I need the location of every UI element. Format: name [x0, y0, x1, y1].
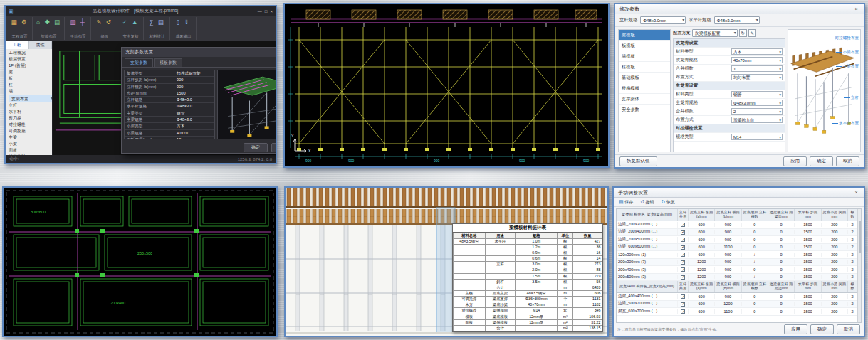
- property-row[interactable]: 水平杆规格 Φ48×3.0: [125, 103, 214, 110]
- tree-tab-project[interactable]: 工程: [6, 41, 29, 49]
- property-value[interactable]: 900: [174, 77, 214, 83]
- formwork-3d-preview[interactable]: 对拉螺栓布置 小梁布置 主梁布置 立杆 水平杆布置: [788, 29, 861, 152]
- table-row[interactable]: 边梁_400x400mm (...) 600 900 0 0 1500 200 …: [617, 293, 857, 301]
- ribbon-group[interactable]: ▥ ┼ 手动布置: [66, 17, 91, 40]
- table-row[interactable]: 200x400mm (3) 1200 900 0 0 1500 200 2: [617, 266, 857, 274]
- ribbon-group[interactable]: ▦ ⚙ 工程设置: [7, 17, 33, 40]
- property-value[interactable]: 方木: [174, 123, 214, 129]
- row-checkbox[interactable]: [681, 260, 685, 265]
- param-value-select[interactable]: 2: [731, 108, 783, 115]
- table-row[interactable]: 200x300mm (7) 1200 900 / 0 1500 200 2: [617, 259, 857, 267]
- table-row[interactable]: 120x300mm (1) 600 900 / 0 1500 200 2: [617, 251, 857, 259]
- cancel-button[interactable]: 取消: [271, 143, 277, 152]
- beam-plan-drawing[interactable]: 300x600 250x500 200x400: [4, 188, 276, 336]
- toolbar-button[interactable]: ▤ 保存: [617, 199, 635, 206]
- row-checkbox[interactable]: [681, 230, 685, 235]
- nav-item[interactable]: 墙模板: [619, 51, 670, 62]
- tree-item[interactable]: 剪刀撑: [9, 115, 52, 122]
- table-row[interactable]: 边梁_200x400mm (...) 600 900 0 0 1500 200 …: [617, 229, 857, 237]
- scrollbar[interactable]: [857, 209, 861, 322]
- table-row[interactable]: 梁宽_600x700mm (...) 600 1100 0 0 1500 200…: [617, 308, 857, 316]
- tree-item[interactable]: 1F (首层): [9, 63, 52, 69]
- minimize-icon[interactable]: —: [258, 9, 262, 14]
- dialog-titlebar[interactable]: 支架参数设置 ×: [122, 48, 277, 57]
- ok-button[interactable]: 确定: [810, 324, 834, 334]
- tree-item[interactable]: 工程概况: [9, 50, 52, 56]
- property-value[interactable]: 1500: [174, 90, 214, 96]
- row-checkbox[interactable]: [681, 245, 685, 250]
- row-checkbox[interactable]: [681, 302, 685, 307]
- tab-formwork-params[interactable]: 模板参数: [154, 58, 182, 67]
- tree-item[interactable]: 对拉螺栓: [9, 122, 52, 128]
- nav-item[interactable]: 安全参数: [619, 105, 670, 115]
- property-row[interactable]: 立杆规格 Φ48×3.0: [125, 97, 214, 103]
- ribbon-group[interactable]: ⌂ ✚ ▤ 智能布置: [33, 17, 65, 40]
- row-checkbox[interactable]: [681, 238, 685, 242]
- table-row[interactable]: 边梁_200x500mm (...) 600 900 0 0 1500 200 …: [617, 236, 857, 244]
- param-value-select[interactable]: 40x70mm: [731, 57, 783, 64]
- apply-button[interactable]: 应用: [783, 156, 807, 166]
- tree-item[interactable]: 板: [9, 75, 52, 82]
- row-checkbox[interactable]: [681, 253, 685, 257]
- row-checkbox[interactable]: [681, 223, 685, 227]
- tree-item[interactable]: 小梁: [9, 141, 52, 147]
- pole-spec-select[interactable]: Φ48x3.0mm: [640, 16, 686, 24]
- property-value[interactable]: 12: [174, 137, 214, 139]
- property-row[interactable]: 架体类型 扣件式钢管架: [125, 70, 214, 77]
- tree-item[interactable]: 支架布置: [9, 95, 52, 102]
- close-icon[interactable]: ×: [851, 6, 862, 11]
- tree-item[interactable]: 柱: [9, 82, 52, 88]
- property-row[interactable]: 主梁规格 Φ48×3.0: [125, 117, 214, 123]
- p3-titlebar[interactable]: 修改参数 ×: [615, 4, 864, 14]
- scaffold-3d-preview[interactable]: [217, 70, 277, 139]
- close-icon[interactable]: ×: [270, 9, 273, 14]
- toolbar-button[interactable]: ↺ 撤销: [638, 199, 656, 206]
- property-value[interactable]: Φ48×3.0: [174, 117, 214, 122]
- scrollbar-thumb[interactable]: [859, 221, 862, 253]
- property-value[interactable]: 扣件式钢管架: [174, 70, 214, 76]
- nav-item[interactable]: 支撑架体: [619, 94, 670, 105]
- tree-item[interactable]: 立杆: [9, 102, 52, 109]
- refresh-icon[interactable]: ↻: [739, 29, 747, 37]
- maximize-icon[interactable]: □: [265, 9, 268, 14]
- reset-defaults-button[interactable]: 恢复默认值: [619, 156, 657, 166]
- nav-item[interactable]: 楼梯模板: [619, 83, 670, 94]
- property-row[interactable]: 主梁类型 钢管: [125, 110, 214, 117]
- param-value-select[interactable]: Φ48x3.0mm: [731, 100, 783, 107]
- tree-item[interactable]: 楼层设置: [9, 56, 52, 63]
- row-checkbox[interactable]: [681, 309, 685, 314]
- toolbar-button[interactable]: ↻ 恢复: [659, 199, 677, 206]
- cad-canvas[interactable]: 支架参数设置 × 支架参数 模板参数 架体类型 扣件: [53, 41, 276, 155]
- row-checkbox[interactable]: [681, 267, 685, 272]
- property-row[interactable]: 小梁类型 方木: [125, 123, 214, 129]
- nav-item[interactable]: 柱模板: [619, 62, 670, 73]
- property-value[interactable]: 900: [174, 84, 214, 90]
- property-value[interactable]: Φ48×3.0: [174, 97, 214, 102]
- property-row[interactable]: 立杆纵距 la(mm) 900: [125, 77, 214, 83]
- elevation-drawing[interactable]: 900 900 900 900 900 X Y: [285, 4, 608, 166]
- command-prompt[interactable]: 命令:: [9, 156, 19, 162]
- cancel-button[interactable]: 取消: [837, 324, 860, 334]
- tree-item[interactable]: 面板: [9, 147, 52, 154]
- close-icon[interactable]: ×: [851, 190, 862, 195]
- table-row[interactable]: 仿梁_600x600mm (...) 600 1100 0 0 1500 200…: [617, 244, 857, 252]
- row-checkbox[interactable]: [681, 294, 685, 299]
- param-value-select[interactable]: 钢管: [731, 91, 783, 98]
- cancel-button[interactable]: 取消: [836, 156, 859, 166]
- p6-titlebar[interactable]: 手动调整设置 ×: [614, 188, 864, 198]
- tab-scaffold-params[interactable]: 支架参数: [125, 58, 153, 67]
- p1-titlebar[interactable]: ▣ 品茗模板设计软件 - [模板支架工程.pmmb] — □ ×: [6, 6, 276, 16]
- property-row[interactable]: 小梁规格 40×70: [125, 130, 214, 137]
- property-row[interactable]: 面板厚度(mm) 12: [125, 137, 214, 139]
- ok-button[interactable]: 确定: [244, 143, 268, 152]
- ledger-spec-select[interactable]: Φ48x3.0mm: [714, 16, 760, 24]
- param-value-select[interactable]: 1: [731, 65, 783, 73]
- tree-item[interactable]: 梁: [9, 69, 52, 75]
- nav-item[interactable]: 梁模板: [619, 30, 670, 41]
- ribbon-group[interactable]: ▯ ⇓ 成果输出: [171, 17, 197, 40]
- row-checkbox[interactable]: [681, 275, 685, 280]
- edit-icon[interactable]: ✎: [748, 29, 756, 37]
- property-value[interactable]: Φ48×3.0: [174, 103, 214, 109]
- tree-tab-props[interactable]: 属性: [29, 41, 53, 49]
- param-value-select[interactable]: 方木: [731, 48, 783, 55]
